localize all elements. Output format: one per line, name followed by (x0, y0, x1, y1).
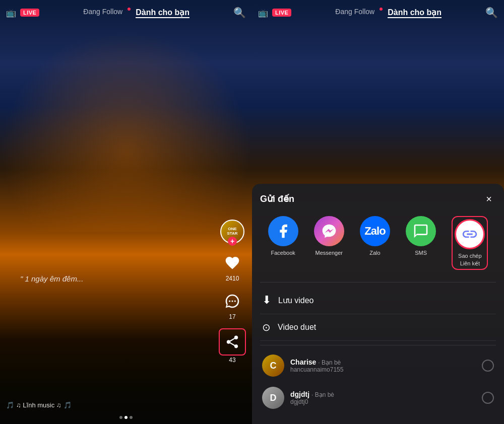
share-title: Gửi đến (260, 193, 294, 204)
friend-username-charise: hancuannaimo7155 (290, 366, 476, 373)
right-actions: ONESTAR + 2410 17 (219, 220, 246, 364)
search-icon[interactable]: 🔍 (233, 7, 246, 19)
music-note-icon-2: 🎵 (64, 401, 72, 409)
svg-point-1 (231, 300, 233, 302)
share-app-zalo[interactable]: Zalo Zalo (360, 216, 390, 270)
friend-avatar-charise: C (262, 355, 284, 377)
video-duet-icon: ⊙ (262, 321, 271, 333)
music-credit-text: ♫ Lĩnh music ♫ (16, 401, 61, 409)
close-button[interactable]: × (482, 192, 496, 206)
song-text: " 1 ngày êm đêm... (20, 274, 83, 283)
friend-info-charise: Charise · Bạn bè hancuannaimo7155 (290, 358, 476, 373)
share-sheet: Gửi đến × Facebook M (252, 184, 504, 424)
messenger-icon (314, 216, 344, 246)
friend-name-charise: Charise · Bạn bè (290, 358, 476, 366)
messenger-label: Messenger (316, 249, 343, 256)
friend-avatar-initial-2: D (270, 393, 277, 403)
friend-avatar-initial: C (270, 361, 277, 371)
friend-name-dgjdtj: dgjdtj · Bạn bè (290, 390, 476, 398)
video-duet-label: Video duet (278, 323, 316, 332)
comment-count: 17 (229, 313, 235, 320)
tab-for-you-right[interactable]: Dành cho bạn (388, 8, 442, 18)
heart-icon (221, 252, 243, 274)
share-app-sms[interactable]: SMS (406, 216, 436, 270)
avatar-text: ONESTAR (227, 227, 237, 236)
divider-1 (260, 282, 496, 282)
video-duet-button[interactable]: ⊙ Video duet (260, 314, 496, 341)
tab-following-left[interactable]: Đang Follow (83, 8, 122, 18)
comment-button[interactable]: 17 (221, 290, 243, 320)
svg-point-2 (234, 300, 236, 302)
creator-avatar-btn[interactable]: ONESTAR + (220, 220, 244, 244)
dot-2 (124, 416, 128, 419)
share-app-copy-link[interactable]: Sao chépLiên kết (452, 216, 488, 270)
friend-item-charise[interactable]: C Charise · Bạn bè hancuannaimo7155 (260, 349, 496, 382)
search-icon-right[interactable]: 🔍 (485, 7, 498, 19)
nav-dot-right (380, 8, 383, 11)
share-app-messenger[interactable]: Messenger (314, 216, 344, 270)
facebook-icon (268, 216, 298, 246)
zalo-label: Zalo (369, 249, 380, 256)
share-btn-wrapper (219, 328, 246, 356)
save-video-icon: ⬇ (262, 294, 271, 307)
live-badge-right: LIVE (272, 9, 291, 17)
music-note-icon: 🎵 (6, 401, 14, 409)
svg-point-0 (229, 300, 230, 302)
right-panel: 📺 LIVE Đang Follow Dành cho bạn 🔍 Gửi đế… (252, 0, 504, 424)
friend-avatar-dgjdtj: D (262, 387, 284, 409)
copy-link-icon (455, 219, 485, 249)
comment-icon (221, 290, 243, 312)
like-button[interactable]: 2410 (221, 252, 243, 282)
bottom-left-info: 🎵 ♫ Lĩnh music ♫ 🎵 (6, 401, 72, 409)
save-video-button[interactable]: ⬇ Lưu video (260, 287, 496, 314)
dot-1 (119, 416, 122, 419)
share-icon (221, 331, 243, 353)
friend-radio-charise[interactable] (482, 360, 494, 372)
friend-info-dgjdtj: dgjdtj · Bạn bè dgjdtj0 (290, 390, 476, 405)
share-count: 43 (229, 357, 235, 364)
live-badge: LIVE (20, 9, 39, 17)
facebook-label: Facebook (271, 249, 295, 256)
share-button[interactable]: 43 (219, 328, 246, 364)
avatar: ONESTAR + (220, 220, 244, 244)
left-panel: 📺 LIVE Đang Follow Dành cho bạn 🔍 " 1 ng… (0, 0, 252, 424)
friend-username-dgjdtj: dgjdtj0 (290, 398, 476, 405)
left-nav-tabs: Đang Follow Dành cho bạn (43, 8, 229, 18)
friend-radio-dgjdtj[interactable] (482, 392, 494, 404)
like-count: 2410 (226, 275, 239, 282)
sms-label: SMS (415, 249, 427, 256)
tv-icon-right: 📺 (258, 8, 268, 18)
dot-3 (130, 416, 133, 419)
tab-following-right[interactable]: Đang Follow (335, 8, 374, 18)
left-header: 📺 LIVE Đang Follow Dành cho bạn 🔍 (0, 0, 252, 25)
divider-2 (260, 345, 496, 345)
share-app-facebook[interactable]: Facebook (268, 216, 298, 270)
page-indicator (119, 416, 133, 419)
zalo-text: Zalo (364, 225, 385, 238)
save-video-label: Lưu video (278, 296, 314, 305)
tab-for-you-left[interactable]: Dành cho bạn (136, 8, 190, 18)
tv-icon: 📺 (6, 8, 16, 18)
right-nav-tabs: Đang Follow Dành cho bạn (295, 8, 481, 18)
sms-icon (406, 216, 436, 246)
follow-plus: + (228, 237, 237, 246)
zalo-icon: Zalo (360, 216, 390, 246)
share-sheet-header: Gửi đến × (260, 192, 496, 206)
friend-item-dgjdtj[interactable]: D dgjdtj · Bạn bè dgjdtj0 (260, 382, 496, 414)
cloud-overlay (0, 30, 252, 232)
nav-dot (128, 8, 131, 11)
right-header: 📺 LIVE Đang Follow Dành cho bạn 🔍 (252, 0, 504, 25)
copy-link-label: Sao chépLiên kết (458, 252, 481, 267)
music-credit: 🎵 ♫ Lĩnh music ♫ 🎵 (6, 401, 72, 409)
share-apps-row: Facebook Messenger Zalo Zalo (260, 216, 496, 270)
